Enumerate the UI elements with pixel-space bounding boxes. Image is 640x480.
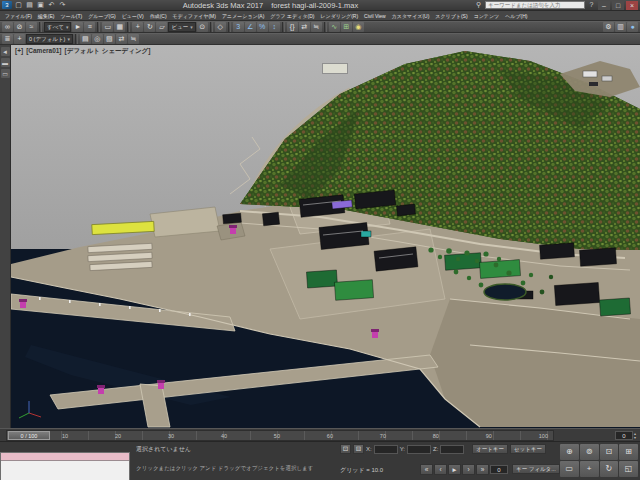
menu-item[interactable]: ファイル(F) bbox=[4, 13, 33, 19]
layout-tab-single-icon[interactable]: ▬ bbox=[1, 58, 10, 67]
rendered-frame-window-icon[interactable]: ▥ bbox=[615, 22, 626, 32]
active-layer-dropdown[interactable]: 0 (デフォルト) ▾ bbox=[26, 34, 73, 44]
undo-icon[interactable]: ↶ bbox=[47, 1, 56, 9]
zoom-icon[interactable]: ⊕ bbox=[560, 444, 579, 460]
auto-key-button[interactable]: オートキー bbox=[472, 444, 508, 454]
menu-item[interactable]: スクリプト(S) bbox=[434, 13, 468, 19]
unlink-selection-icon[interactable]: ⊘ bbox=[14, 22, 25, 32]
angle-snap-icon[interactable]: ∠ bbox=[245, 22, 256, 32]
pan-icon[interactable]: + bbox=[580, 461, 599, 477]
select-and-move-icon[interactable]: + bbox=[132, 22, 143, 32]
help-icon[interactable]: ? bbox=[587, 1, 596, 9]
z-coordinate-field[interactable] bbox=[440, 445, 464, 454]
window-crossing-icon[interactable]: ▦ bbox=[114, 22, 125, 32]
select-and-scale-icon[interactable]: ▱ bbox=[156, 22, 167, 32]
menu-item[interactable]: ツール(T) bbox=[60, 13, 84, 19]
reference-coordinate-dropdown[interactable]: ビュー ▾ bbox=[168, 22, 195, 32]
scene-explorer-icon[interactable]: ▤ bbox=[80, 34, 91, 44]
select-and-manipulate-icon[interactable]: ◇ bbox=[215, 22, 226, 32]
macro-recorder-field[interactable] bbox=[1, 453, 129, 461]
menu-item[interactable]: モディファイヤ(M) bbox=[172, 13, 217, 19]
selection-filter-dropdown[interactable]: すべて ▾ bbox=[44, 22, 71, 32]
layer-manager-icon[interactable]: ≣ bbox=[2, 34, 13, 44]
zoom-region-icon[interactable]: ▭ bbox=[560, 461, 579, 477]
close-button[interactable]: × bbox=[626, 1, 638, 10]
x-coordinate-field[interactable] bbox=[374, 445, 398, 454]
create-layer-icon[interactable]: + bbox=[14, 34, 25, 44]
bind-to-spacewarp-icon[interactable]: ≈ bbox=[26, 22, 37, 32]
play-icon[interactable]: ► bbox=[448, 464, 461, 475]
menu-item[interactable]: グループ(G) bbox=[87, 13, 117, 19]
frame-spinner-arrows[interactable]: ▴ ▾ bbox=[634, 432, 636, 440]
menu-item[interactable]: 編集(E) bbox=[37, 13, 56, 19]
redo-icon[interactable]: ↷ bbox=[58, 1, 67, 9]
zoom-extents-icon[interactable]: ⊡ bbox=[600, 444, 619, 460]
snap-toggle-3d-icon[interactable]: 3 bbox=[233, 22, 244, 32]
app-logo-icon[interactable]: 3 bbox=[2, 1, 12, 9]
align-tool-icon[interactable]: ≒ bbox=[128, 34, 139, 44]
layout-tab-arrow-icon[interactable]: ◄ bbox=[1, 47, 10, 56]
display-toggle-icon[interactable]: ▧ bbox=[104, 34, 115, 44]
select-object-icon[interactable]: ► bbox=[72, 22, 83, 32]
selection-region-icon[interactable]: ▭ bbox=[102, 22, 113, 32]
next-frame-icon[interactable]: › bbox=[462, 464, 475, 475]
curve-editor-icon[interactable]: ∿ bbox=[329, 22, 340, 32]
mirror-icon[interactable]: ⇄ bbox=[299, 22, 310, 32]
viewport-shading-menu[interactable]: [デフォルト シェーディング] bbox=[65, 47, 151, 56]
maximize-viewport-icon[interactable]: ◱ bbox=[619, 461, 638, 477]
menu-item[interactable]: グラフ エディタ(D) bbox=[269, 13, 315, 19]
time-slider-handle[interactable]: 0 / 100 bbox=[8, 431, 50, 440]
select-by-name-icon[interactable]: ≡ bbox=[84, 22, 95, 32]
select-and-link-icon[interactable]: ∞ bbox=[2, 22, 13, 32]
zoom-extents-all-icon[interactable]: ⊞ bbox=[619, 444, 638, 460]
render-setup-icon[interactable]: ⚙ bbox=[603, 22, 614, 32]
edit-named-sets-icon[interactable]: {} bbox=[287, 22, 298, 32]
previous-frame-icon[interactable]: ‹ bbox=[434, 464, 447, 475]
pond[interactable] bbox=[484, 284, 526, 300]
menu-item[interactable]: 作成(C) bbox=[149, 13, 168, 19]
minimize-button[interactable]: – bbox=[598, 1, 610, 10]
viewport-general-menu[interactable]: [+] bbox=[15, 47, 23, 56]
select-and-rotate-icon[interactable]: ↻ bbox=[144, 22, 155, 32]
listener-field[interactable] bbox=[1, 461, 129, 480]
current-frame-field[interactable]: 0 bbox=[490, 465, 508, 474]
viewport-pov-menu[interactable]: [Camera01] bbox=[26, 47, 61, 56]
zoom-all-icon[interactable]: ⊚ bbox=[580, 444, 599, 460]
frame-number-field[interactable]: 0 bbox=[615, 431, 633, 440]
search-input[interactable] bbox=[485, 1, 585, 9]
render-production-icon[interactable]: ● bbox=[627, 22, 638, 32]
go-to-end-icon[interactable]: » bbox=[476, 464, 489, 475]
viewport[interactable]: [+] [Camera01] [デフォルト シェーディング] bbox=[11, 45, 640, 428]
material-editor-icon[interactable]: ◉ bbox=[353, 22, 364, 32]
orbit-icon[interactable]: ↻ bbox=[600, 461, 619, 477]
selected-building[interactable] bbox=[92, 221, 154, 234]
viewport-canvas[interactable] bbox=[11, 45, 640, 428]
menu-item[interactable]: ヘルプ(H) bbox=[504, 13, 528, 19]
y-coordinate-field[interactable] bbox=[407, 445, 431, 454]
menu-item[interactable]: カスタマイズ(U) bbox=[391, 13, 431, 19]
menu-item[interactable]: コンテンツ bbox=[473, 13, 501, 19]
set-key-button[interactable]: セットキー bbox=[510, 444, 546, 454]
new-scene-icon[interactable]: ▢ bbox=[14, 1, 23, 9]
open-file-icon[interactable]: ▤ bbox=[25, 1, 34, 9]
selection-lock-icon[interactable]: ⊡ bbox=[340, 444, 351, 454]
menu-item[interactable]: アニメーション(A) bbox=[221, 13, 265, 19]
absolute-offset-toggle-icon[interactable]: ⊟ bbox=[353, 444, 364, 454]
spinner-down-icon[interactable]: ▾ bbox=[634, 436, 636, 440]
use-pivot-center-icon[interactable]: ⊙ bbox=[197, 22, 208, 32]
percent-snap-icon[interactable]: % bbox=[257, 22, 268, 32]
key-filters-button[interactable]: キー フィルタ... bbox=[512, 464, 560, 474]
timeline-ruler[interactable]: 0102030405060708090100 bbox=[6, 430, 554, 441]
align-icon[interactable]: ≒ bbox=[311, 22, 322, 32]
menu-item[interactable]: レンダリング(R) bbox=[319, 13, 359, 19]
menu-item[interactable]: ビュー(V) bbox=[121, 13, 145, 19]
maxscript-mini-listener[interactable] bbox=[0, 452, 130, 480]
go-to-start-icon[interactable]: « bbox=[420, 464, 433, 475]
mirror-tool-icon[interactable]: ⇄ bbox=[116, 34, 127, 44]
menu-item[interactable]: Civil View bbox=[363, 13, 387, 19]
isolate-selection-icon[interactable]: ◎ bbox=[92, 34, 103, 44]
save-file-icon[interactable]: ▣ bbox=[36, 1, 45, 9]
layout-tab-quad-icon[interactable]: ▭ bbox=[1, 69, 10, 78]
maximize-button[interactable]: □ bbox=[612, 1, 624, 10]
spinner-snap-icon[interactable]: ↕ bbox=[269, 22, 280, 32]
